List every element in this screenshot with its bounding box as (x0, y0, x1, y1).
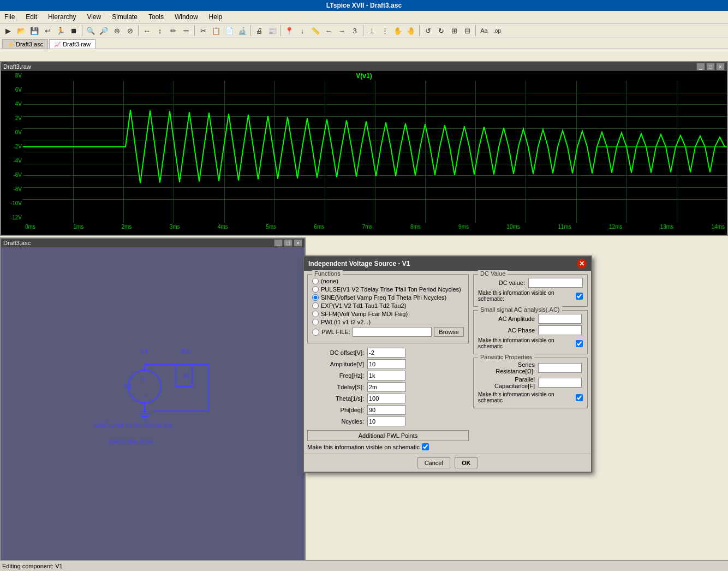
menu-hierarchy[interactable]: Hierarchy (46, 12, 78, 22)
zoom-fit-btn[interactable]: ⊕ (111, 25, 123, 37)
vdiv-btn[interactable]: ⋮ (379, 25, 391, 37)
zoom-out-btn[interactable]: 🔎 (98, 25, 110, 37)
print2-btn[interactable]: 📰 (266, 25, 278, 37)
print-btn[interactable]: 🖨 (253, 25, 265, 37)
ok-button[interactable]: OK (455, 457, 478, 468)
parasitic-make-visible-checkbox[interactable] (576, 394, 583, 401)
dialog-right-panel: DC Value DC value: Make this information… (473, 274, 588, 450)
param-ncycles-input[interactable] (367, 417, 405, 426)
redo-btn[interactable]: ↻ (435, 25, 447, 37)
measure-btn[interactable]: 📏 (309, 25, 321, 37)
hand2-btn[interactable]: 🤚 (405, 25, 417, 37)
status-text: Editing component: V1 (2, 563, 63, 569)
stop-button[interactable]: ⏹ (68, 25, 80, 37)
param-ncycles: Ncycles: (307, 417, 469, 426)
schem-maximize[interactable]: □ (284, 239, 293, 247)
dc-make-visible-checkbox[interactable] (576, 293, 583, 300)
param-freq-input[interactable] (367, 371, 405, 380)
run-button[interactable]: 🏃 (55, 25, 67, 37)
search-btn[interactable]: 🔬 (236, 25, 248, 37)
cut-btn[interactable]: ✂ (197, 25, 209, 37)
ac-phase-input[interactable] (538, 325, 582, 335)
radio-pwl-input[interactable] (312, 319, 319, 325)
ac-phase-label: AC Phase (478, 327, 538, 334)
wave-close[interactable]: × (716, 63, 725, 70)
probe-btn[interactable]: 📍 (283, 25, 295, 37)
parallel-c-input[interactable] (538, 378, 582, 388)
schem-minimize[interactable]: _ (274, 239, 283, 247)
tab-schematic-label: Draft3.asc (16, 41, 43, 47)
ac-make-visible-label: Make this information visible on schemat… (478, 337, 574, 349)
dc-value-field-label: DC value: (478, 279, 528, 286)
toolbar-sep6 (363, 25, 363, 36)
menu-help[interactable]: Help (207, 12, 225, 22)
ground-btn[interactable]: ⊥ (366, 25, 378, 37)
new-button[interactable]: ▶ (2, 25, 14, 37)
waveform-window: Draft3.raw _ □ × V(v1) 8V 6V 4V 2V 0V -2… (0, 61, 728, 236)
copy-btn[interactable]: 📋 (210, 25, 222, 37)
dc-value-row: DC value: (478, 278, 583, 288)
additional-pwl-button[interactable]: Additional PWL Points (307, 430, 469, 441)
series-r-input[interactable] (538, 363, 582, 373)
schematic-window: Draft3.asc _ □ × V1 R1 1k + _ V1 (0, 237, 306, 560)
wave-maximize[interactable]: □ (706, 63, 715, 70)
arrow-btn[interactable]: → (336, 25, 348, 37)
menu-view[interactable]: View (85, 12, 103, 22)
radio-exp-input[interactable] (312, 302, 319, 309)
menu-window[interactable]: Window (172, 12, 200, 22)
text-btn[interactable]: Aa (478, 25, 490, 37)
ac-amplitude-input[interactable] (538, 314, 582, 324)
draw-wire[interactable]: ✏ (167, 25, 179, 37)
cancel-button[interactable]: Cancel (417, 457, 450, 468)
param-dc-offset-input[interactable] (367, 348, 405, 358)
browse-button[interactable]: Browse (434, 327, 464, 337)
snap2-btn[interactable]: ⊟ (461, 25, 473, 37)
radio-exp-label: EXP(V1 V2 Td1 Tau1 Td2 Tau2) (321, 302, 406, 309)
radio-pwl-file-input[interactable] (312, 329, 319, 336)
scroll-btn[interactable]: ↕ (154, 25, 166, 37)
save-button[interactable]: 💾 (28, 25, 40, 37)
pan-btn[interactable]: ↔ (141, 25, 153, 37)
snap-btn[interactable]: ⊞ (448, 25, 460, 37)
wave-minimize[interactable]: _ (696, 63, 705, 70)
param-theta-input[interactable] (367, 394, 405, 403)
param-amplitude-input[interactable] (367, 359, 405, 369)
draw-bus[interactable]: ═ (180, 25, 192, 37)
param-tdelay-input[interactable] (367, 382, 405, 392)
menu-tools[interactable]: Tools (146, 12, 166, 22)
status-bar: Editing component: V1 (0, 560, 728, 571)
hand-btn[interactable]: ✋ (392, 25, 404, 37)
undo-button[interactable]: ↩ (41, 25, 53, 37)
dialog-close-button[interactable]: ✕ (577, 259, 587, 269)
radio-sine-input[interactable] (312, 294, 319, 301)
dot-btn[interactable]: .op (491, 25, 503, 37)
undo2-btn[interactable]: ↺ (422, 25, 434, 37)
ac-make-visible-checkbox[interactable] (576, 340, 583, 347)
tab-schematic[interactable]: ⚡ Draft3.asc (2, 39, 48, 49)
toolbar-sep7 (419, 25, 420, 36)
tab-waveform[interactable]: 📈 Draft3.raw (49, 39, 96, 49)
pwl-file-input[interactable] (353, 327, 432, 337)
waveform-svg (23, 71, 727, 223)
menu-file[interactable]: File (2, 12, 17, 22)
open-button[interactable]: 📂 (15, 25, 27, 37)
param-phi-input[interactable] (367, 405, 405, 415)
make-visible-checkbox[interactable] (422, 443, 429, 450)
zoom-in-btn[interactable]: 🔍 (85, 25, 97, 37)
cursor-btn[interactable]: ↓ (296, 25, 308, 37)
menu-edit[interactable]: Edit (23, 12, 39, 22)
menu-simulate[interactable]: Simulate (110, 12, 140, 22)
tran-cmd-text: .tran 0 15m 0 1m (108, 438, 153, 445)
schem-close[interactable]: × (294, 239, 302, 247)
radio-sffm-input[interactable] (312, 311, 319, 317)
radio-pulse-input[interactable] (312, 286, 319, 293)
dialog-title: Independent Voltage Source - V1 (308, 260, 410, 267)
zoom-rect-btn[interactable]: ⊘ (124, 25, 136, 37)
paste-btn[interactable]: 📄 (223, 25, 235, 37)
radio-none-input[interactable] (312, 278, 319, 284)
radio-sine: SINE(Voffset Vamp Freq Td Theta Phi Ncyc… (312, 294, 464, 301)
param-theta: Theta[1/s]: (307, 394, 469, 403)
number-btn[interactable]: 3 (349, 25, 361, 37)
cursor2-btn[interactable]: ← (323, 25, 335, 37)
dc-value-input[interactable] (528, 278, 583, 288)
